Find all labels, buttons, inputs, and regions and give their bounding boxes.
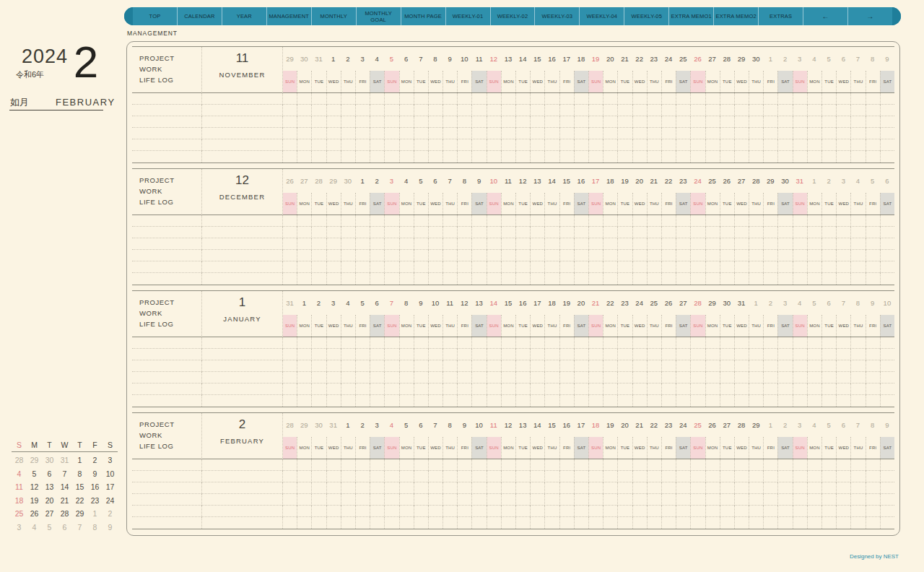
grid-cell[interactable] — [530, 494, 544, 506]
grid-cell[interactable] — [201, 471, 282, 482]
grid-cell[interactable] — [414, 250, 428, 261]
grid-cell[interactable] — [414, 227, 428, 238]
grid-cell[interactable] — [414, 506, 428, 517]
grid-cell[interactable] — [850, 273, 865, 285]
grid-cell[interactable] — [720, 128, 734, 139]
grid-cell[interactable] — [530, 471, 544, 482]
grid-cell[interactable] — [793, 517, 807, 529]
grid-cell[interactable] — [471, 116, 486, 128]
grid-cell[interactable] — [734, 93, 749, 105]
grid-cell[interactable] — [443, 372, 457, 384]
grid-cell[interactable] — [676, 250, 690, 261]
grid-cell[interactable] — [632, 238, 647, 250]
grid-cell[interactable] — [866, 349, 880, 360]
nav-tab-month-page[interactable]: MONTH PAGE — [401, 7, 445, 25]
grid-cell[interactable] — [705, 116, 720, 128]
grid-cell[interactable] — [777, 506, 792, 517]
grid-cell[interactable] — [414, 395, 428, 407]
grid-cell[interactable] — [414, 215, 428, 227]
grid-cell[interactable] — [661, 459, 676, 471]
grid-cell[interactable] — [457, 128, 471, 139]
grid-cell[interactable] — [443, 250, 457, 261]
grid-cell[interactable] — [399, 227, 414, 238]
grid-cell[interactable] — [720, 227, 734, 238]
grid-cell[interactable] — [720, 517, 734, 529]
grid-cell[interactable] — [850, 372, 865, 384]
grid-cell[interactable] — [530, 360, 544, 372]
grid-cell[interactable] — [132, 215, 201, 227]
grid-cell[interactable] — [428, 227, 443, 238]
grid-cell[interactable] — [530, 238, 544, 250]
grid-cell[interactable] — [399, 395, 414, 407]
grid-cell[interactable] — [734, 105, 749, 116]
grid-cell[interactable] — [487, 261, 501, 273]
grid-cell[interactable] — [749, 494, 763, 506]
grid-cell[interactable] — [282, 494, 297, 506]
grid-cell[interactable] — [471, 360, 486, 372]
grid-cell[interactable] — [588, 360, 603, 372]
grid-cell[interactable] — [341, 215, 355, 227]
grid-cell[interactable] — [370, 116, 384, 128]
grid-cell[interactable] — [311, 482, 326, 494]
grid-cell[interactable] — [720, 261, 734, 273]
grid-cell[interactable] — [326, 215, 341, 227]
grid-cell[interactable] — [866, 93, 880, 105]
grid-cell[interactable] — [880, 261, 894, 273]
grid-cell[interactable] — [720, 360, 734, 372]
grid-cell[interactable] — [749, 116, 763, 128]
grid-cell[interactable] — [574, 494, 588, 506]
grid-cell[interactable] — [647, 215, 661, 227]
grid-cell[interactable] — [632, 139, 647, 151]
grid-cell[interactable] — [297, 506, 311, 517]
grid-cell[interactable] — [763, 250, 777, 261]
grid-cell[interactable] — [501, 250, 515, 261]
grid-cell[interactable] — [588, 506, 603, 517]
grid-cell[interactable] — [311, 128, 326, 139]
grid-cell[interactable] — [866, 337, 880, 349]
grid-cell[interactable] — [647, 517, 661, 529]
grid-cell[interactable] — [821, 116, 836, 128]
grid-cell[interactable] — [457, 116, 471, 128]
grid-cell[interactable] — [777, 494, 792, 506]
grid-cell[interactable] — [603, 93, 617, 105]
grid-cell[interactable] — [705, 349, 720, 360]
grid-cell[interactable] — [201, 227, 282, 238]
grid-cell[interactable] — [282, 139, 297, 151]
grid-cell[interactable] — [807, 227, 821, 238]
grid-cell[interactable] — [370, 250, 384, 261]
grid-cell[interactable] — [311, 337, 326, 349]
grid-cell[interactable] — [574, 139, 588, 151]
grid-cell[interactable] — [720, 506, 734, 517]
grid-cell[interactable] — [647, 494, 661, 506]
grid-cell[interactable] — [617, 93, 632, 105]
grid-cell[interactable] — [749, 372, 763, 384]
grid-cell[interactable] — [282, 273, 297, 285]
grid-cell[interactable] — [647, 360, 661, 372]
grid-cell[interactable] — [515, 494, 530, 506]
grid-cell[interactable] — [632, 93, 647, 105]
grid-cell[interactable] — [457, 494, 471, 506]
grid-cell[interactable] — [201, 273, 282, 285]
grid-cell[interactable] — [866, 494, 880, 506]
grid-cell[interactable] — [807, 372, 821, 384]
grid-cell[interactable] — [399, 494, 414, 506]
grid-cell[interactable] — [457, 151, 471, 162]
grid-cell[interactable] — [487, 372, 501, 384]
grid-cell[interactable] — [705, 482, 720, 494]
grid-cell[interactable] — [443, 459, 457, 471]
grid-cell[interactable] — [311, 360, 326, 372]
grid-cell[interactable] — [399, 105, 414, 116]
grid-cell[interactable] — [544, 471, 559, 482]
grid-cell[interactable] — [647, 227, 661, 238]
grid-cell[interactable] — [457, 384, 471, 395]
grid-cell[interactable] — [428, 151, 443, 162]
grid-cell[interactable] — [588, 116, 603, 128]
grid-cell[interactable] — [297, 471, 311, 482]
grid-cell[interactable] — [530, 128, 544, 139]
grid-cell[interactable] — [501, 139, 515, 151]
grid-cell[interactable] — [341, 517, 355, 529]
grid-cell[interactable] — [384, 372, 398, 384]
grid-cell[interactable] — [749, 227, 763, 238]
grid-cell[interactable] — [457, 261, 471, 273]
grid-cell[interactable] — [559, 93, 574, 105]
